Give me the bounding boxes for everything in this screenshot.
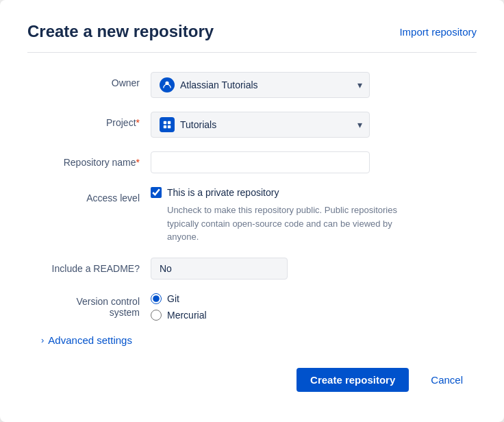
- advanced-settings-row: › Advanced settings: [41, 334, 463, 346]
- private-repo-checkbox[interactable]: [151, 187, 162, 198]
- svg-rect-3: [164, 125, 166, 128]
- vcs-git-radio[interactable]: [151, 293, 162, 304]
- readme-label: Include a README?: [41, 258, 151, 274]
- access-level-label: Access level: [41, 187, 151, 203]
- header-divider: [27, 52, 477, 53]
- project-row: Project* Tutorials ▾: [41, 112, 463, 138]
- owner-avatar-icon: [160, 77, 175, 92]
- readme-row: Include a README? No Yes: [41, 258, 463, 280]
- project-avatar-icon: [160, 117, 175, 132]
- readme-select[interactable]: No Yes: [151, 258, 288, 280]
- vcs-git-label: Git: [167, 293, 179, 304]
- owner-control: Atlassian Tutorials ▾: [151, 72, 463, 98]
- owner-value: Atlassian Tutorials: [180, 79, 258, 90]
- repo-name-label: Repository name*: [41, 151, 151, 168]
- dialog-header: Create a new repository Import repositor…: [27, 22, 477, 41]
- import-repo-link[interactable]: Import repository: [399, 22, 477, 38]
- create-repo-dialog: Create a new repository Import repositor…: [0, 0, 504, 422]
- advanced-settings-link[interactable]: Advanced settings: [48, 334, 132, 346]
- owner-label: Owner: [41, 72, 151, 88]
- repo-name-input[interactable]: [151, 151, 370, 173]
- project-value: Tutorials: [180, 119, 216, 130]
- vcs-label: Version control system: [41, 293, 151, 318]
- vcs-mercurial-row: Mercurial: [151, 310, 463, 321]
- project-select[interactable]: Tutorials ▾: [151, 112, 370, 138]
- vcs-row: Version control system Git Mercurial: [41, 293, 463, 321]
- create-repo-button[interactable]: Create repository: [297, 368, 409, 392]
- vcs-mercurial-label: Mercurial: [167, 310, 207, 321]
- access-description-text: Uncheck to make this repository public. …: [167, 203, 400, 244]
- access-level-control: This is a private repository Uncheck to …: [151, 187, 463, 244]
- owner-chevron-icon: ▾: [357, 79, 362, 90]
- cancel-button[interactable]: Cancel: [417, 368, 477, 392]
- vcs-git-row: Git: [151, 293, 463, 304]
- svg-rect-1: [164, 121, 166, 124]
- owner-row: Owner Atlassian Tutorials ▾: [41, 72, 463, 98]
- svg-rect-4: [168, 125, 171, 128]
- project-chevron-icon: ▾: [357, 119, 362, 130]
- repo-name-control: [151, 151, 463, 173]
- private-repo-checkbox-row: This is a private repository: [151, 187, 463, 198]
- repo-name-required-star: *: [136, 157, 140, 168]
- dialog-title: Create a new repository: [27, 22, 214, 41]
- access-level-row: Access level This is a private repositor…: [41, 187, 463, 244]
- dialog-footer: Create repository Cancel: [27, 368, 477, 392]
- vcs-mercurial-radio[interactable]: [151, 310, 162, 321]
- owner-select[interactable]: Atlassian Tutorials ▾: [151, 72, 370, 98]
- svg-rect-2: [168, 121, 171, 124]
- project-control: Tutorials ▾: [151, 112, 463, 138]
- project-required-star: *: [136, 117, 140, 128]
- private-repo-checkbox-label: This is a private repository: [167, 187, 279, 198]
- advanced-settings-chevron-icon: ›: [41, 335, 44, 345]
- form-body: Owner Atlassian Tutorials ▾ Project*: [27, 72, 477, 346]
- project-label: Project*: [41, 112, 151, 128]
- vcs-control: Git Mercurial: [151, 293, 463, 321]
- readme-control: No Yes: [151, 258, 463, 280]
- repo-name-row: Repository name*: [41, 151, 463, 173]
